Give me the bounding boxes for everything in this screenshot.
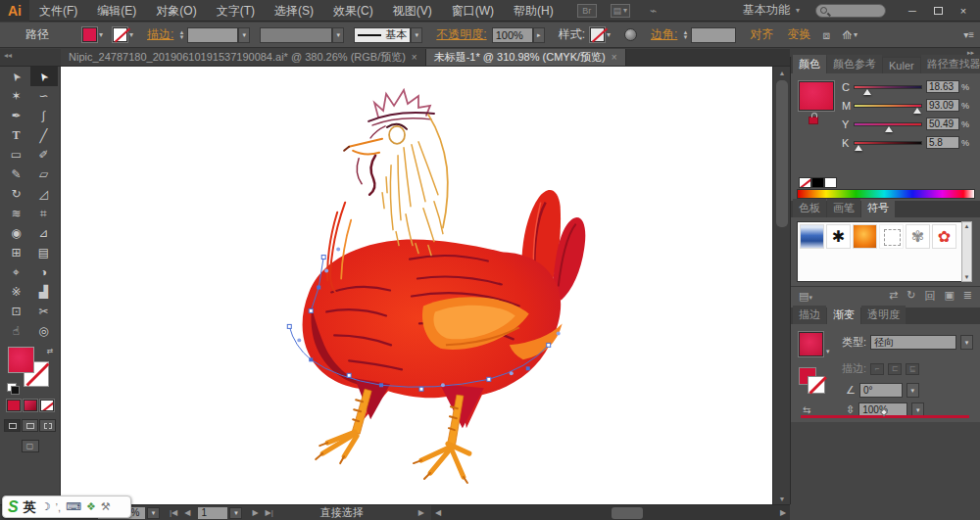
default-fill-stroke-icon[interactable] xyxy=(7,383,17,392)
tool-button[interactable]: ≋ xyxy=(3,204,30,223)
none-button[interactable] xyxy=(40,400,54,411)
channel-value-field[interactable]: 5.8 xyxy=(926,136,959,149)
search-input[interactable] xyxy=(815,4,886,18)
stroke-panel-link[interactable]: 描边: xyxy=(147,26,173,43)
menu-item[interactable]: 文件(F) xyxy=(29,0,87,22)
panel-tab[interactable]: 颜色 xyxy=(793,55,826,73)
menu-item[interactable]: 对象(O) xyxy=(146,0,206,22)
stroke-gradient-along-button[interactable]: ⊏ xyxy=(888,363,902,375)
gradient-type-field[interactable]: 径向 xyxy=(870,335,956,350)
symbol-list-scrollbar[interactable]: ▲ ▼ xyxy=(961,221,972,282)
stroke-weight-dropdown[interactable]: ▾ xyxy=(238,27,250,43)
chevron-down-icon[interactable]: ▾ xyxy=(854,30,858,39)
symbol-action-icon[interactable]: 回 xyxy=(924,289,935,304)
control-panel-menu-icon[interactable]: ▾≡ xyxy=(963,29,974,40)
black-swatch[interactable] xyxy=(811,177,824,188)
panel-tab[interactable]: Kuler xyxy=(883,58,920,73)
color-button[interactable] xyxy=(7,400,21,411)
tool-button[interactable]: ⌖ xyxy=(3,262,30,282)
ime-icon[interactable]: ❖ xyxy=(86,500,96,513)
minimize-button[interactable]: ─ xyxy=(900,2,925,20)
tool-button[interactable]: ▭ xyxy=(3,145,30,165)
chevron-down-icon[interactable]: ▾ xyxy=(99,30,103,39)
color-slider[interactable] xyxy=(854,139,922,147)
menu-item[interactable]: 编辑(E) xyxy=(87,0,146,22)
panel-tab[interactable]: 透明度 xyxy=(861,306,906,324)
next-artboard-button[interactable]: ▶ xyxy=(252,508,258,517)
fill-proxy-swatch[interactable] xyxy=(8,347,34,373)
tool-button[interactable]: ⊡ xyxy=(3,302,30,321)
symbol-thumbnail[interactable]: ✾ xyxy=(906,224,930,249)
reverse-gradient-icon[interactable]: ⇆ xyxy=(803,404,810,415)
menu-item[interactable]: 文字(T) xyxy=(207,0,265,22)
align-button[interactable]: 对齐 xyxy=(750,26,773,43)
symbol-action-icon[interactable]: ↻ xyxy=(906,289,915,304)
slider-thumb[interactable] xyxy=(863,89,871,95)
menu-item[interactable]: 视图(V) xyxy=(383,0,442,22)
tool-button[interactable]: ✐ xyxy=(30,145,58,165)
scroll-up-icon[interactable]: ▲ xyxy=(773,67,791,78)
swap-fill-stroke-icon[interactable]: ⇄ xyxy=(47,347,54,355)
draw-normal-button[interactable] xyxy=(4,419,21,432)
workspace-switcher[interactable]: 基本功能 ▾ xyxy=(743,2,800,19)
stroke-profile-field[interactable]: 基本 xyxy=(354,27,411,43)
bounding-box-icon[interactable]: ⧈ xyxy=(822,28,830,42)
zoom-dropdown[interactable]: ▼ xyxy=(147,507,160,519)
white-swatch[interactable] xyxy=(824,177,837,188)
color-slider[interactable] xyxy=(854,120,922,128)
panel-tab[interactable]: 色板 xyxy=(793,199,826,217)
ime-icon[interactable]: ☽ xyxy=(41,500,51,513)
symbol-libraries-icon[interactable]: ▤▾ xyxy=(799,290,812,303)
tool-button[interactable]: ※ xyxy=(3,282,30,302)
scroll-left-icon[interactable]: ◀ xyxy=(431,505,445,520)
corner-field[interactable] xyxy=(691,27,736,43)
tool-button[interactable]: ▟ xyxy=(30,282,58,302)
stroke-weight-field[interactable] xyxy=(187,27,238,43)
scroll-down-icon[interactable]: ▼ xyxy=(773,493,791,504)
tool-button[interactable]: ◎ xyxy=(30,321,58,341)
slider-thumb[interactable] xyxy=(885,126,893,132)
cs-live-icon[interactable]: ⌁ xyxy=(644,4,663,18)
gradient-fill-stroke-proxy[interactable] xyxy=(799,367,832,399)
corner-link[interactable]: 边角: xyxy=(651,26,677,43)
canvas[interactable] xyxy=(61,67,772,504)
draw-inside-button[interactable] xyxy=(39,419,56,432)
tool-button[interactable]: ➤ xyxy=(3,67,30,86)
symbol-action-icon[interactable]: ≣ xyxy=(963,289,972,304)
stroke-gradient-within-button[interactable]: ⌐ xyxy=(870,363,884,375)
panel-tab[interactable]: 描边 xyxy=(793,306,826,324)
tool-button[interactable]: ∫ xyxy=(30,106,58,125)
brush-definition-field[interactable] xyxy=(260,27,332,43)
panel-tab[interactable]: 画笔 xyxy=(827,199,860,217)
panel-tab[interactable]: 渐变 xyxy=(827,306,860,324)
vertical-scroll-thumb[interactable] xyxy=(776,80,788,227)
ime-icon[interactable]: ’, xyxy=(56,501,62,513)
tool-button[interactable]: ⊿ xyxy=(30,223,58,243)
ime-icon[interactable]: ⌨ xyxy=(66,500,81,513)
artboard-dropdown[interactable]: ▼ xyxy=(229,507,242,519)
arrange-documents-icon[interactable]: ▤▾ xyxy=(611,4,630,18)
fill-color-swatch[interactable] xyxy=(82,27,97,42)
chevron-down-icon[interactable]: ▾ xyxy=(607,30,611,39)
screen-mode-button[interactable]: ▢ xyxy=(22,440,39,452)
recolor-artwork-icon[interactable] xyxy=(624,28,637,41)
shear-icon[interactable]: ⟰ xyxy=(842,28,852,42)
gradient-type-dropdown[interactable]: ▾ xyxy=(960,335,973,350)
gradient-swatch[interactable] xyxy=(799,332,823,356)
symbol-thumbnail[interactable]: ✿ xyxy=(932,224,956,249)
last-artboard-button[interactable]: ▶| xyxy=(266,508,273,517)
document-tab[interactable]: Nipic_24787180_20190610191537190084.ai* … xyxy=(61,49,426,66)
close-button[interactable]: × xyxy=(951,2,976,20)
stroke-gradient-across-button[interactable]: ⊑ xyxy=(906,363,919,375)
tool-button[interactable]: ◿ xyxy=(30,184,58,204)
first-artboard-button[interactable]: |◀ xyxy=(170,508,177,517)
tool-button[interactable]: ⌗ xyxy=(30,204,58,223)
status-flyout-icon[interactable]: ▶ xyxy=(418,508,424,517)
stroke-color-swatch[interactable] xyxy=(113,27,127,42)
channel-value-field[interactable]: 93.09 xyxy=(926,99,959,112)
panel-tab[interactable]: 颜色参考 xyxy=(827,55,882,73)
color-slider[interactable] xyxy=(854,102,922,110)
scroll-right-icon[interactable]: ▶ xyxy=(776,505,790,520)
symbol-thumbnail[interactable]: ✱ xyxy=(826,224,851,249)
opacity-link[interactable]: 不透明度: xyxy=(436,26,486,43)
